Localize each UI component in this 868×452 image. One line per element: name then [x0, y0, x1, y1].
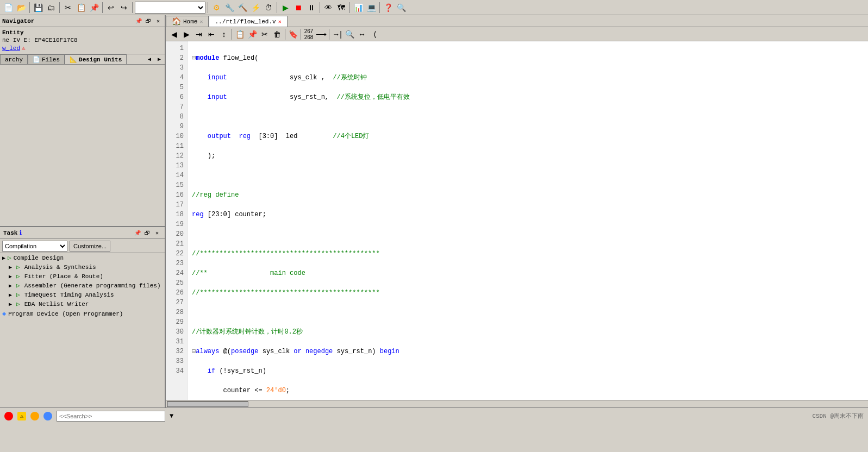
home-tab[interactable]: 🏠 Home ✕ [166, 16, 209, 27]
et-wrap-btn[interactable]: ⟶ [315, 28, 327, 40]
task-close-btn[interactable]: ✕ [153, 229, 161, 237]
scroll-thumb[interactable] [167, 401, 248, 407]
editor-tabs: 🏠 Home ✕ ../rtl/flow_led.v ✕ [166, 15, 868, 27]
et-copy-btn[interactable]: 📋 [234, 28, 246, 40]
ln-18: 18 [166, 210, 187, 219]
et-bookmark-btn[interactable]: 🔖 [287, 28, 299, 40]
navigator-controls: 📌 🗗 ✕ [134, 17, 163, 26]
file-tab-close[interactable]: ✕ [278, 18, 282, 25]
tech-map-btn[interactable]: 🗺 [335, 2, 347, 14]
et-unindent-btn[interactable]: ⇤ [205, 28, 217, 40]
project-select[interactable]: flow_led [135, 2, 205, 14]
undo-btn[interactable]: ↩ [105, 2, 117, 14]
status-info-icon [43, 412, 52, 420]
rtl-viewer-btn[interactable]: 👁 [322, 2, 334, 14]
open-btn[interactable]: 📂 [15, 2, 27, 14]
code-line-10 [192, 229, 864, 239]
customize-button[interactable]: Customize... [70, 241, 110, 252]
task-timequest[interactable]: ▶ ▷ TimeQuest Timing Analysis [0, 290, 165, 299]
pause-btn[interactable]: ⏸ [305, 2, 317, 14]
et-go-btn[interactable]: →| [331, 28, 343, 40]
ln-10: 10 [166, 131, 187, 141]
ln-33: 33 [166, 356, 187, 366]
task-compile-design[interactable]: ▶ ▷ Compile Design [0, 253, 165, 262]
task-pin-btn[interactable]: 📌 [133, 229, 142, 237]
paste-btn[interactable]: 📌 [88, 2, 100, 14]
main-layout: Navigator 📌 🗗 ✕ Entity ne IV E: EP4CE10F… [0, 15, 868, 407]
et-replace-btn[interactable]: ↔ [356, 28, 368, 40]
editor-content[interactable]: 1 2 3 4 5 6 7 8 9 10 11 12 13 14 15 16 1… [166, 41, 868, 400]
nav-float-btn[interactable]: 🗗 [144, 17, 153, 26]
timequest-icon: ▷ [16, 291, 20, 298]
save-btn[interactable]: 💾 [32, 2, 44, 14]
chip-planner-btn[interactable]: 📊 [352, 2, 364, 14]
task-flow-select[interactable]: Compilation [2, 241, 67, 252]
start-btn[interactable]: ▶ [279, 2, 291, 14]
code-line-18: counter <= 24'd0; [192, 386, 864, 395]
search-btn[interactable]: 🔍 [395, 2, 407, 14]
task-panel: ▶ ▷ Compile Design ▶ ▷ Analysis & Synthe… [0, 253, 165, 407]
et-linenum-btn[interactable]: 267268 [303, 28, 315, 40]
tab-design-units[interactable]: 📐 Design Units [65, 54, 127, 64]
entity-label: Entity [2, 29, 163, 36]
nav-next-btn[interactable]: ▶ [155, 55, 164, 64]
file-link[interactable]: w_led [2, 45, 20, 52]
ln-24: 24 [166, 268, 187, 278]
code-line-7 [192, 171, 864, 180]
et-find-btn[interactable]: 🔍 [344, 28, 355, 40]
task-assembler[interactable]: ▶ ▷ Assembler (Generate programming file… [0, 281, 165, 290]
fit-btn[interactable]: 🔨 [236, 2, 248, 14]
search-dropdown-arrow[interactable]: ▼ [170, 412, 173, 420]
nav-tabs: archy 📄 Files 📐 Design Units ◀ ▶ [0, 54, 165, 65]
navigator-section: Navigator 📌 🗗 ✕ Entity ne IV E: EP4CE10F… [0, 15, 165, 227]
nav-pin-btn[interactable]: 📌 [134, 17, 143, 26]
cut-btn[interactable]: ✂ [62, 2, 74, 14]
design-units-icon: 📐 [70, 56, 77, 63]
assemble-btn[interactable]: ⚡ [249, 2, 261, 14]
synth-btn[interactable]: 🔧 [223, 2, 235, 14]
copy-btn[interactable]: 📋 [75, 2, 87, 14]
compile-btn[interactable]: ⚙ [210, 2, 222, 14]
nav-close-btn[interactable]: ✕ [154, 17, 163, 26]
help-btn[interactable]: ❓ [382, 2, 394, 14]
home-icon: 🏠 [172, 17, 181, 26]
et-paste-btn[interactable]: 📌 [246, 28, 258, 40]
nav-prev-btn[interactable]: ◀ [145, 55, 154, 64]
task-float-btn[interactable]: 🗗 [143, 229, 152, 237]
task-fitter[interactable]: ▶ ▷ Fitter (Place & Route) [0, 272, 165, 281]
home-tab-close[interactable]: ✕ [199, 18, 203, 25]
task-eda-netlist[interactable]: ▶ ▷ EDA Netlist Writer [0, 299, 165, 309]
code-line-13: //**************************************… [192, 288, 864, 298]
redo-btn[interactable]: ↪ [118, 2, 130, 14]
stop-btn[interactable]: ⏹ [292, 2, 304, 14]
et-delete-btn[interactable]: 🗑 [271, 28, 283, 40]
task-info-icon[interactable]: ℹ [20, 229, 22, 236]
ln-14: 14 [166, 171, 187, 180]
et-toggle-btn[interactable]: ↕ [218, 28, 230, 40]
et-prev-btn[interactable]: ⟨ [369, 28, 380, 40]
task-program-device[interactable]: ◆ Program Device (Open Programmer) [0, 309, 165, 319]
et-cut-btn[interactable]: ✂ [259, 28, 271, 40]
ln-31: 31 [166, 337, 187, 347]
bottom-scrollbar[interactable] [166, 400, 868, 407]
file-tab[interactable]: ../rtl/flow_led.v ✕ [209, 16, 287, 27]
save-all-btn[interactable]: 🗂 [45, 2, 57, 14]
new-btn[interactable]: 📄 [2, 2, 14, 14]
compile-label: Compile Design [14, 255, 64, 261]
left-panel: Navigator 📌 🗗 ✕ Entity ne IV E: EP4CE10F… [0, 15, 166, 407]
tab-files[interactable]: 📄 Files [28, 54, 65, 64]
ln-27: 27 [166, 298, 187, 307]
tab-hierarchy[interactable]: archy [0, 54, 28, 64]
code-content[interactable]: ⊟module flow_led( input sys_clk , //系统时钟… [188, 41, 868, 400]
status-flag-icon [30, 412, 39, 420]
et-back-btn[interactable]: ◀ [168, 28, 180, 40]
et-forward-btn[interactable]: ▶ [180, 28, 192, 40]
timing-btn[interactable]: ⏱ [263, 2, 274, 14]
programmer-btn[interactable]: 💻 [365, 2, 377, 14]
status-search-input[interactable] [57, 411, 165, 422]
et-indent-btn[interactable]: ⇥ [193, 28, 205, 40]
main-toolbar: 📄 📂 💾 🗂 ✂ 📋 📌 ↩ ↪ flow_led ⚙ 🔧 🔨 ⚡ ⏱ ▶ ⏹… [0, 0, 868, 15]
sep3 [102, 2, 103, 13]
code-line-16: ⊟always @(posedge sys_clk or negedge sys… [192, 347, 864, 356]
task-analysis-synthesis[interactable]: ▶ ▷ Analysis & Synthesis [0, 262, 165, 272]
